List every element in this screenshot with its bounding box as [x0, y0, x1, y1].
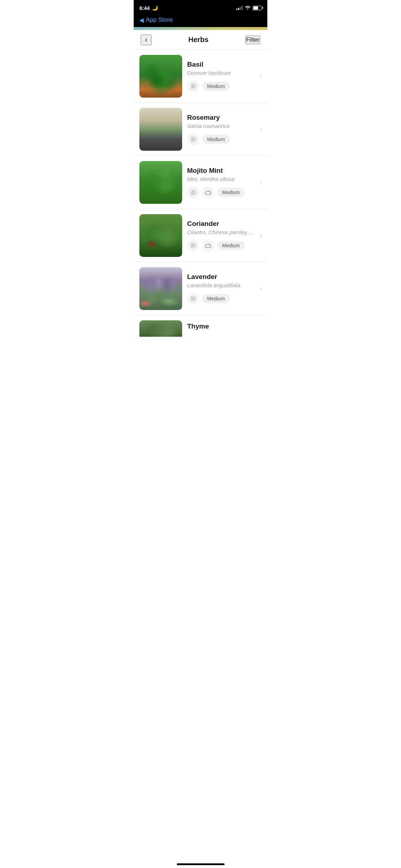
signal-bar-4: [242, 6, 243, 10]
sun-tag-icon: [187, 80, 199, 92]
herb-name-thyme: Thyme: [187, 320, 262, 330]
medium-badge-mojito: Medium: [217, 188, 245, 197]
svg-line-33: [195, 247, 196, 248]
herb-info-coriander: Coriander Cilantro, Chinese parsley, Cor…: [187, 220, 253, 252]
svg-line-41: [191, 296, 192, 297]
back-chevron-icon: ‹: [145, 35, 147, 45]
herb-tags-mojito: Medium: [187, 186, 253, 198]
app-store-label[interactable]: App Store: [146, 16, 173, 24]
cloud-tag-icon-coriander: [202, 239, 214, 252]
svg-line-17: [191, 141, 192, 141]
signal-bar-2: [238, 8, 239, 10]
app-store-bar: ◀ App Store: [134, 16, 267, 27]
wifi-icon: [245, 5, 251, 11]
herb-item-lavender[interactable]: Lavender Lavandula angustifolia: [134, 262, 267, 315]
svg-line-44: [191, 300, 192, 301]
herb-latin-mojito: Mint, Mentha villosa: [187, 176, 253, 182]
svg-point-9: [192, 138, 194, 140]
herb-image-coriander: [139, 214, 182, 257]
back-triangle-icon: ◀: [139, 17, 144, 24]
medium-badge-basil: Medium: [202, 82, 230, 91]
medium-badge-lavender: Medium: [202, 294, 230, 303]
herb-name-lavender: Lavender: [187, 273, 253, 281]
herb-image-lavender: [139, 267, 182, 310]
herb-item-basil[interactable]: Basil Ocimum basilicum: [134, 50, 267, 103]
herb-info-thyme: Thyme: [187, 320, 262, 332]
battery-fill: [253, 6, 258, 10]
herb-image-rosemary: [139, 108, 182, 151]
chevron-right-icon-coriander: ›: [260, 232, 262, 239]
herb-item-mojito[interactable]: Mojito Mint Mint, Mentha villosa: [134, 156, 267, 209]
svg-line-25: [195, 190, 196, 191]
herb-image-thyme: [139, 320, 182, 337]
nav-bar: ‹ Herbs Filter: [134, 30, 267, 50]
svg-point-0: [192, 85, 194, 87]
cloud-tag-icon-mojito: [202, 186, 214, 198]
battery-indicator: [253, 6, 262, 10]
svg-point-36: [192, 297, 194, 300]
herb-info-lavender: Lavender Lavandula angustifolia: [187, 273, 253, 305]
sun-tag-icon-mojito: [187, 186, 199, 198]
herb-latin-lavender: Lavandula angustifolia: [187, 282, 253, 288]
herb-tags-coriander: Medium: [187, 239, 253, 252]
herb-item-rosemary[interactable]: Rosemary Salvia rosmarinus: [134, 103, 267, 156]
svg-line-42: [195, 300, 196, 301]
herb-latin-rosemary: Salvia rosmarinus: [187, 123, 253, 129]
status-bar: 6:44 🌙: [134, 0, 267, 16]
sun-tag-icon-coriander: [187, 239, 199, 252]
svg-line-14: [191, 137, 192, 138]
svg-line-26: [191, 194, 192, 195]
back-button[interactable]: ‹: [141, 35, 151, 45]
svg-point-18: [192, 191, 194, 193]
chevron-right-icon-rosemary: ›: [260, 126, 262, 133]
herb-list: Basil Ocimum basilicum: [134, 50, 267, 337]
svg-line-24: [195, 194, 196, 195]
herb-name-basil: Basil: [187, 61, 253, 68]
svg-line-43: [195, 296, 196, 297]
svg-line-32: [191, 243, 192, 244]
page-title: Herbs: [188, 36, 209, 44]
sun-tag-icon-lavender: [187, 293, 199, 305]
svg-line-34: [195, 243, 196, 244]
medium-badge-rosemary: Medium: [202, 135, 230, 144]
svg-line-35: [191, 247, 192, 248]
coriander-plant-image: [139, 214, 182, 257]
status-time: 6:44: [139, 5, 150, 11]
filter-button[interactable]: Filter: [245, 36, 260, 44]
thyme-plant-image: [139, 320, 182, 337]
herb-image-mojito: [139, 161, 182, 204]
svg-line-15: [195, 141, 196, 141]
herb-item-coriander[interactable]: Coriander Cilantro, Chinese parsley, Cor…: [134, 209, 267, 262]
svg-line-16: [195, 137, 196, 138]
herb-info-mojito: Mojito Mint Mint, Mentha villosa: [187, 167, 253, 198]
sun-tag-icon-rosemary: [187, 133, 199, 145]
lavender-plant-image: [139, 267, 182, 310]
svg-line-7: [195, 84, 196, 84]
chevron-right-icon: ›: [260, 73, 262, 79]
chevron-right-icon-mojito: ›: [260, 179, 262, 186]
status-right: [236, 5, 262, 11]
signal-bar-3: [240, 7, 241, 10]
signal-bars: [236, 6, 243, 10]
herb-latin-basil: Ocimum basilicum: [187, 70, 253, 76]
herb-tags-rosemary: Medium: [187, 133, 253, 145]
gradient-strip: [134, 27, 267, 30]
herb-tags-lavender: Medium: [187, 293, 253, 305]
signal-bar-1: [236, 9, 237, 10]
herb-item-thyme-partial[interactable]: Thyme: [134, 315, 267, 337]
svg-line-6: [195, 88, 196, 88]
chevron-right-icon-lavender: ›: [260, 285, 262, 292]
herb-tags-basil: Medium: [187, 80, 253, 92]
herb-name-mojito: Mojito Mint: [187, 167, 253, 175]
status-left: 6:44 🌙: [139, 5, 158, 11]
rosemary-plant-image: [139, 108, 182, 151]
herb-latin-coriander: Cilantro, Chinese parsley, Corian...: [187, 229, 253, 235]
medium-badge-coriander: Medium: [217, 241, 245, 250]
herb-info-basil: Basil Ocimum basilicum: [187, 61, 253, 92]
svg-line-23: [191, 190, 192, 191]
basil-plant-image: [139, 55, 182, 98]
herb-image-basil: [139, 55, 182, 98]
svg-line-5: [191, 84, 192, 84]
svg-point-27: [192, 244, 194, 247]
mojito-plant-image: [139, 161, 182, 204]
